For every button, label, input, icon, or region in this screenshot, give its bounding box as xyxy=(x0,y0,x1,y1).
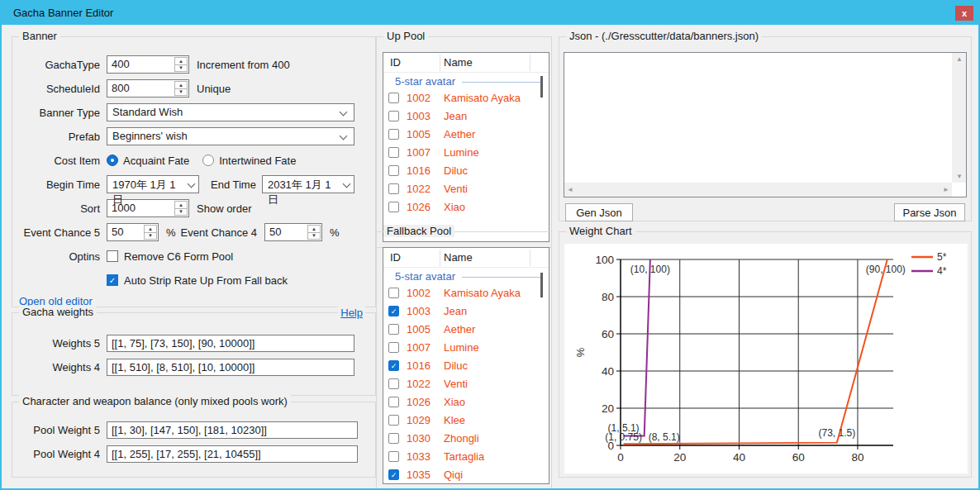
row-checkbox[interactable]: ✓ xyxy=(388,469,399,480)
list-item[interactable]: 1026Xiao xyxy=(383,393,549,412)
banner-type-select[interactable]: Standard Wish xyxy=(107,103,354,121)
row-checkbox[interactable] xyxy=(388,397,399,407)
list-item[interactable]: 1002Kamisato Ayaka xyxy=(383,284,549,302)
json-textarea[interactable]: ▲ ▼ ◄ ► xyxy=(564,52,967,197)
pool-weight-5-input[interactable]: [[1, 30], [147, 150], [181, 10230]] xyxy=(107,421,358,439)
spin-down-icon[interactable]: ▼ xyxy=(175,65,187,72)
row-checkbox[interactable] xyxy=(388,288,399,298)
spin-up-icon[interactable]: ▲ xyxy=(175,202,187,209)
row-checkbox[interactable] xyxy=(388,202,399,212)
column-header-name[interactable]: Name xyxy=(444,251,473,264)
event-chance-4-value[interactable]: 50 xyxy=(265,224,307,240)
spin-down-icon[interactable]: ▼ xyxy=(308,233,320,240)
list-item[interactable]: 1033Tartaglia xyxy=(383,448,549,466)
spin-down-icon[interactable]: ▼ xyxy=(175,209,187,216)
svg-text:0: 0 xyxy=(617,451,624,464)
row-checkbox[interactable] xyxy=(388,165,399,176)
column-header-id[interactable]: ID xyxy=(390,56,401,69)
spin-up-icon[interactable]: ▲ xyxy=(308,226,320,233)
fallback-pool-list[interactable]: ID Name 5-star avatar 1002Kamisato Ayaka… xyxy=(383,247,549,484)
remove-c6-checkbox[interactable] xyxy=(107,250,118,262)
gacha-type-value[interactable]: 400 xyxy=(107,56,174,73)
scrollbar-thumb[interactable] xyxy=(540,76,543,98)
list-item[interactable]: 1007Lumine xyxy=(383,339,549,357)
row-name: Zhongli xyxy=(444,432,479,445)
row-checkbox[interactable] xyxy=(388,183,399,194)
row-id: 1003 xyxy=(407,305,431,317)
spin-down-icon[interactable]: ▼ xyxy=(175,89,187,96)
row-checkbox[interactable] xyxy=(388,433,399,444)
gacha-weights-title: Gacha weights xyxy=(19,306,97,318)
row-checkbox[interactable] xyxy=(388,111,399,121)
list-item[interactable]: 1003Jean xyxy=(383,107,549,126)
svg-text:40: 40 xyxy=(733,451,745,464)
list-item[interactable]: ✓1016Diluc xyxy=(383,357,549,375)
row-name: Aether xyxy=(444,128,475,140)
row-checkbox[interactable] xyxy=(388,451,399,462)
list-item[interactable]: 1022Venti xyxy=(383,375,549,393)
horizontal-scrollbar[interactable]: ◄ ► xyxy=(564,183,952,197)
begin-time-picker[interactable]: 1970年 1月 1日 xyxy=(107,175,199,193)
scroll-down-icon[interactable]: ▼ xyxy=(956,173,963,180)
list-item[interactable]: 1005Aether xyxy=(383,321,549,339)
vertical-scrollbar[interactable]: ▲ ▼ xyxy=(952,53,966,183)
event-chance-5-value[interactable]: 50 xyxy=(107,224,143,240)
row-checkbox[interactable] xyxy=(388,324,399,335)
list-item[interactable]: 1022Venti xyxy=(383,180,549,198)
svg-text:(90, 100): (90, 100) xyxy=(866,264,906,275)
list-item[interactable]: ✓1035Qiqi xyxy=(383,466,549,484)
schedule-id-hint: Unique xyxy=(197,83,231,95)
auto-strip-checkbox[interactable]: ✓ xyxy=(107,274,118,286)
row-checkbox[interactable] xyxy=(388,415,399,426)
list-item[interactable]: ✓1003Jean xyxy=(383,302,549,321)
row-checkbox[interactable] xyxy=(388,147,399,158)
close-button[interactable]: x xyxy=(955,6,973,21)
row-checkbox[interactable] xyxy=(388,378,399,389)
schedule-id-spinner[interactable]: 800 ▲▼ xyxy=(107,79,189,98)
list-item[interactable]: 1002Kamisato Ayaka xyxy=(383,89,549,107)
column-header-id[interactable]: ID xyxy=(390,251,401,264)
list-item[interactable]: 1030Zhongli xyxy=(383,430,549,448)
scroll-right-icon[interactable]: ► xyxy=(943,186,949,193)
banner-type-label: Banner Type xyxy=(12,107,100,119)
up-pool-title: Up Pool xyxy=(383,30,428,42)
gacha-type-spinner[interactable]: 400 ▲▼ xyxy=(107,55,189,74)
row-checkbox[interactable]: ✓ xyxy=(388,306,399,316)
scrollbar-thumb[interactable] xyxy=(540,273,543,297)
row-checkbox[interactable] xyxy=(388,342,399,353)
spin-up-icon[interactable]: ▲ xyxy=(175,58,187,65)
list-item[interactable]: 1016Diluc xyxy=(383,162,549,180)
pool-weight-4-input[interactable]: [[1, 255], [17, 255], [21, 10455]] xyxy=(107,445,358,463)
spin-up-icon[interactable]: ▲ xyxy=(175,82,187,89)
spin-up-icon[interactable]: ▲ xyxy=(145,226,156,233)
intertwined-fate-radio[interactable] xyxy=(202,155,214,166)
end-time-picker[interactable]: 2031年 1月 1日 xyxy=(262,175,354,193)
weights-5-input[interactable]: [[1, 75], [73, 150], [90, 10000]] xyxy=(107,335,354,352)
event-chance-5-spinner[interactable]: 50 ▲▼ xyxy=(107,223,159,241)
row-id: 1005 xyxy=(407,323,431,335)
fallback-pool-title: Fallback Pool xyxy=(383,225,454,237)
event-chance-4-spinner[interactable]: 50 ▲▼ xyxy=(264,223,322,241)
list-item[interactable]: 1029Klee xyxy=(383,412,549,430)
row-checkbox[interactable] xyxy=(388,93,399,103)
row-id: 1005 xyxy=(407,128,431,140)
gen-json-button[interactable]: Gen Json xyxy=(565,203,633,221)
list-item[interactable]: 1005Aether xyxy=(383,126,549,144)
list-item[interactable]: 1007Lumine xyxy=(383,144,549,162)
list-item[interactable]: 1026Xiao xyxy=(383,198,549,216)
acquaint-fate-radio[interactable] xyxy=(107,155,118,166)
scroll-up-icon[interactable]: ▲ xyxy=(956,55,963,63)
row-checkbox[interactable] xyxy=(388,129,399,140)
help-link[interactable]: Help xyxy=(338,307,365,319)
column-header-name[interactable]: Name xyxy=(444,56,473,69)
weights-4-input[interactable]: [[1, 510], [8, 510], [10, 10000]] xyxy=(107,359,354,376)
row-id: 1016 xyxy=(407,164,431,177)
scroll-left-icon[interactable]: ◄ xyxy=(567,186,573,193)
row-checkbox[interactable]: ✓ xyxy=(388,360,399,371)
parse-json-button[interactable]: Parse Json xyxy=(894,203,965,221)
up-pool-list[interactable]: ID Name 5-star avatar 1002Kamisato Ayaka… xyxy=(383,52,549,242)
event-chance-5-unit: % xyxy=(166,226,176,239)
schedule-id-value[interactable]: 800 xyxy=(107,80,174,97)
spin-down-icon[interactable]: ▼ xyxy=(145,233,156,240)
prefab-select[interactable]: Beginners' wish xyxy=(107,127,354,145)
